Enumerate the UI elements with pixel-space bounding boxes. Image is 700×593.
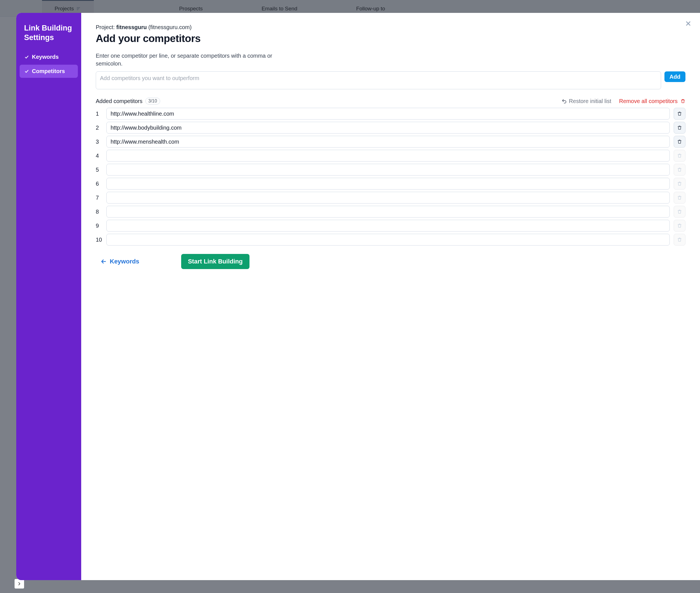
- trash-icon: [677, 125, 682, 130]
- check-icon: [24, 69, 29, 74]
- delete-row-button: [674, 234, 686, 245]
- project-name: fitnessguru: [116, 24, 147, 30]
- add-row: Add: [96, 71, 686, 89]
- trash-icon: [677, 153, 682, 158]
- count-pill: 3/10: [145, 98, 160, 105]
- project-line: Project: fitnessguru (fitnessguru.com): [96, 24, 686, 31]
- remove-all-competitors[interactable]: Remove all competitors: [619, 98, 686, 105]
- close-icon: [684, 19, 692, 28]
- delete-row-button[interactable]: [674, 108, 686, 120]
- trash-icon: [680, 98, 686, 104]
- check-icon: [24, 54, 29, 60]
- delete-row-button[interactable]: [674, 122, 686, 133]
- row-number: 1: [96, 111, 103, 117]
- competitor-input[interactable]: [106, 136, 670, 148]
- competitor-input[interactable]: [106, 164, 670, 175]
- competitor-row: 5: [96, 164, 686, 175]
- row-number: 8: [96, 208, 103, 215]
- step-keywords[interactable]: Keywords: [20, 50, 78, 64]
- row-number: 6: [96, 181, 103, 187]
- competitor-row: 6: [96, 178, 686, 190]
- restore-initial-list[interactable]: Restore initial list: [561, 98, 611, 105]
- row-number: 5: [96, 167, 103, 173]
- trash-icon: [677, 209, 682, 214]
- chevron-right-icon: [17, 581, 22, 586]
- back-label: Keywords: [110, 258, 139, 265]
- competitor-row: 9: [96, 220, 686, 232]
- competitor-input[interactable]: [106, 234, 670, 245]
- trash-icon: [677, 223, 682, 229]
- list-header: Added competitors 3/10 Restore initial l…: [96, 98, 686, 105]
- row-number: 9: [96, 223, 103, 229]
- add-button[interactable]: Add: [664, 71, 686, 82]
- competitor-row: 2: [96, 122, 686, 133]
- sidebar-title-line1: Link Building: [24, 24, 73, 33]
- trash-icon: [677, 181, 682, 187]
- competitor-row: 7: [96, 192, 686, 203]
- trash-icon: [677, 237, 682, 242]
- competitor-input[interactable]: [106, 192, 670, 203]
- competitor-input[interactable]: [106, 108, 670, 120]
- delete-row-button[interactable]: [674, 136, 686, 148]
- step-label: Keywords: [32, 54, 59, 60]
- row-number: 7: [96, 195, 103, 201]
- competitor-row: 1: [96, 108, 686, 120]
- competitor-row: 3: [96, 136, 686, 148]
- competitor-input[interactable]: [106, 150, 670, 162]
- trash-icon: [677, 139, 682, 145]
- back-to-keywords[interactable]: Keywords: [100, 258, 139, 265]
- row-number: 4: [96, 153, 103, 159]
- page-title: Add your competitors: [96, 33, 686, 44]
- sidebar-title: Link Building Settings: [20, 24, 78, 50]
- added-label: Added competitors: [96, 98, 143, 105]
- remove-all-label: Remove all competitors: [619, 98, 677, 105]
- delete-row-button: [674, 178, 686, 190]
- modal-main: Project: fitnessguru (fitnessguru.com) A…: [81, 13, 700, 580]
- competitor-row: 4: [96, 150, 686, 162]
- undo-icon: [561, 98, 567, 104]
- competitor-input[interactable]: [106, 178, 670, 190]
- modal-footer: Keywords Start Link Building: [96, 254, 686, 269]
- competitor-row: 10: [96, 234, 686, 245]
- arrow-left-icon: [100, 258, 107, 265]
- competitor-input[interactable]: [106, 206, 670, 218]
- settings-modal: Link Building Settings Keywords Competit…: [16, 13, 700, 580]
- description: Enter one competitor per line, or separa…: [96, 52, 275, 68]
- row-number: 3: [96, 139, 103, 145]
- delete-row-button: [674, 206, 686, 218]
- trash-icon: [677, 195, 682, 200]
- competitor-textarea[interactable]: [96, 71, 661, 89]
- competitor-input[interactable]: [106, 122, 670, 133]
- start-link-building-button[interactable]: Start Link Building: [181, 254, 249, 269]
- expand-sidebar-button[interactable]: [14, 579, 24, 589]
- competitor-rows: 12345678910: [96, 108, 686, 245]
- step-competitors[interactable]: Competitors: [20, 65, 78, 78]
- delete-row-button: [674, 150, 686, 162]
- row-number: 2: [96, 125, 103, 131]
- delete-row-button: [674, 192, 686, 203]
- step-label: Competitors: [32, 68, 65, 75]
- project-label: Project:: [96, 24, 116, 30]
- trash-icon: [677, 111, 682, 116]
- trash-icon: [677, 167, 682, 172]
- delete-row-button: [674, 220, 686, 232]
- sidebar-title-line2: Settings: [24, 33, 73, 43]
- competitor-input[interactable]: [106, 220, 670, 232]
- competitor-row: 8: [96, 206, 686, 218]
- close-button[interactable]: [683, 18, 694, 29]
- row-number: 10: [96, 237, 103, 243]
- restore-label: Restore initial list: [569, 98, 611, 105]
- modal-sidebar: Link Building Settings Keywords Competit…: [16, 13, 81, 580]
- delete-row-button: [674, 164, 686, 175]
- project-domain: (fitnessguru.com): [147, 24, 192, 30]
